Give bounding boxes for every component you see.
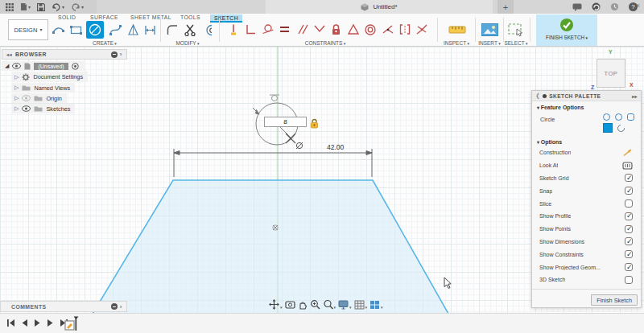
offset-tool-icon[interactable] bbox=[201, 23, 215, 40]
browser-pop-icon[interactable] bbox=[118, 51, 122, 58]
collinear-constraint-icon[interactable] bbox=[398, 23, 411, 39]
construction-icon[interactable] bbox=[622, 148, 633, 157]
modify-group-label[interactable]: MODIFY bbox=[165, 40, 210, 46]
show-projected-geometry-checkbox[interactable] bbox=[625, 263, 633, 271]
app-grid-icon[interactable] bbox=[6, 3, 14, 11]
tab-tools[interactable]: TOOLS bbox=[180, 14, 200, 20]
polygon-tool-icon[interactable] bbox=[126, 23, 140, 40]
viewcube[interactable]: TOP Y X Z bbox=[597, 59, 625, 88]
collapsed-triangle-icon[interactable]: ▷ bbox=[14, 84, 19, 91]
redo-caret-icon[interactable]: ▾ bbox=[81, 5, 84, 10]
viewports-caret-icon[interactable]: ▾ bbox=[381, 305, 383, 310]
equal-constraint-icon[interactable] bbox=[279, 23, 291, 38]
concentric-constraint-icon[interactable] bbox=[364, 23, 377, 39]
comments-options-icon[interactable] bbox=[111, 303, 118, 310]
show-dimensions-checkbox[interactable] bbox=[625, 237, 633, 245]
look-at-icon[interactable] bbox=[285, 300, 295, 309]
show-points-checkbox[interactable] bbox=[625, 225, 633, 233]
finish-sketch-palette-button[interactable]: Finish Sketch bbox=[591, 294, 638, 306]
symmetry-constraint-icon[interactable] bbox=[347, 23, 360, 39]
circle-construction-option-icon[interactable] bbox=[615, 113, 622, 121]
browser-item-document-settings[interactable]: ▷ Document Settings bbox=[11, 72, 88, 82]
snap-checkbox[interactable] bbox=[625, 187, 633, 195]
circle-normal-option-icon[interactable] bbox=[603, 113, 610, 121]
browser-root-row[interactable]: ◢ (Unsaved) bbox=[2, 61, 84, 71]
3d-sketch-checkbox[interactable] bbox=[625, 276, 633, 284]
visibility-eye-icon[interactable] bbox=[12, 63, 21, 69]
help-icon[interactable]: ? bbox=[629, 2, 638, 11]
collapsed-triangle-icon[interactable]: ▷ bbox=[14, 95, 19, 101]
constraints-group-label[interactable]: CONSTRAINTS bbox=[295, 40, 356, 46]
selected-option-swatch[interactable] bbox=[603, 123, 613, 133]
viewcube-face-label[interactable]: TOP bbox=[605, 70, 618, 77]
circle-tool-icon[interactable] bbox=[86, 21, 104, 39]
perpendicular-constraint-icon[interactable] bbox=[245, 23, 257, 39]
browser-item-origin[interactable]: ▷ Origin bbox=[11, 93, 67, 103]
orbit-caret-icon[interactable]: ▾ bbox=[280, 305, 283, 310]
browser-collapse-icon[interactable] bbox=[6, 51, 12, 57]
horizontal-vertical-constraint-icon[interactable] bbox=[228, 23, 240, 39]
tab-sheet-metal[interactable]: SHEET METAL bbox=[130, 14, 171, 20]
look-at-icon[interactable] bbox=[622, 162, 633, 170]
sketch-grid-checkbox[interactable] bbox=[625, 174, 633, 182]
width-dimension[interactable]: 42.00 bbox=[174, 143, 372, 177]
viewports-icon[interactable]: ▾ bbox=[369, 300, 383, 310]
curvature-constraint-icon[interactable] bbox=[415, 23, 428, 39]
show-profile-checkbox[interactable] bbox=[625, 212, 633, 220]
document-tab[interactable]: Untitled* bbox=[266, 0, 493, 14]
sketch-profile-trapezoid[interactable] bbox=[93, 180, 448, 314]
browser-item-sketches[interactable]: ▷ Sketches bbox=[11, 104, 75, 113]
new-tab-button[interactable]: + bbox=[497, 0, 514, 14]
visibility-eye-icon[interactable] bbox=[22, 105, 31, 112]
feature-options-section-header[interactable]: Feature Options bbox=[532, 101, 641, 112]
slice-checkbox[interactable] bbox=[625, 199, 633, 208]
step-forward-button[interactable] bbox=[47, 319, 54, 327]
fit-caret-icon[interactable]: ▾ bbox=[334, 305, 336, 310]
undo-caret-icon[interactable]: ▾ bbox=[62, 5, 64, 10]
browser-header[interactable]: BROWSER bbox=[2, 49, 127, 60]
save-icon[interactable] bbox=[37, 3, 45, 11]
grid-snaps-caret-icon[interactable]: ▾ bbox=[365, 305, 368, 310]
browser-options-icon[interactable] bbox=[111, 51, 118, 58]
fillet-tool-icon[interactable] bbox=[166, 23, 180, 40]
file-menu-icon[interactable]: ▾ bbox=[20, 2, 31, 11]
tab-sketch[interactable]: SKETCH bbox=[210, 14, 242, 23]
comments-bubble-icon[interactable] bbox=[572, 0, 582, 14]
circle-polygon-option-icon[interactable] bbox=[627, 113, 634, 121]
sync-status-icon[interactable] bbox=[592, 0, 601, 14]
design-workspace-menu[interactable]: DESIGN▾ bbox=[8, 19, 48, 40]
sketch-palette-header[interactable]: SKETCH PALETTE bbox=[532, 91, 641, 101]
timeline-sketch-feature[interactable] bbox=[64, 316, 82, 333]
insert-image-icon[interactable] bbox=[481, 23, 498, 39]
orbit-icon[interactable]: ▾ bbox=[269, 299, 283, 310]
dimension-lock-icon[interactable] bbox=[310, 117, 319, 132]
comments-pop-icon[interactable] bbox=[118, 303, 122, 310]
fix-lock-constraint-icon[interactable] bbox=[330, 23, 342, 39]
display-settings-icon[interactable]: ▾ bbox=[338, 300, 352, 310]
circle-partial-option-icon[interactable] bbox=[616, 123, 626, 134]
coincident-constraint-icon[interactable] bbox=[313, 23, 325, 38]
play-button[interactable] bbox=[34, 319, 41, 327]
history-clock-icon[interactable] bbox=[610, 0, 619, 14]
pan-hand-icon[interactable] bbox=[298, 300, 308, 310]
trim-tool-icon[interactable] bbox=[184, 23, 197, 40]
expand-triangle-icon[interactable]: ◢ bbox=[5, 63, 9, 69]
show-constraints-checkbox[interactable] bbox=[625, 250, 633, 258]
spline-tool-icon[interactable] bbox=[109, 23, 122, 40]
fit-icon[interactable]: ▾ bbox=[323, 299, 336, 310]
visibility-eye-icon[interactable] bbox=[22, 95, 31, 101]
activate-radio-icon[interactable] bbox=[72, 63, 79, 70]
skip-start-button[interactable] bbox=[6, 319, 15, 327]
select-group-label[interactable]: SELECT bbox=[499, 40, 533, 46]
redo-icon[interactable]: ▾ bbox=[71, 3, 84, 11]
timeline-position-marker[interactable] bbox=[76, 319, 77, 331]
options-section-header[interactable]: Options bbox=[532, 136, 641, 146]
measure-icon[interactable] bbox=[448, 23, 466, 39]
line-tool-icon[interactable] bbox=[52, 23, 65, 40]
rectangle-tool-icon[interactable] bbox=[69, 23, 83, 40]
tangent-constraint-icon[interactable] bbox=[262, 23, 275, 39]
radius-dimension-input[interactable] bbox=[264, 117, 307, 127]
root-document-label[interactable]: (Unsaved) bbox=[34, 63, 68, 70]
sketch-dimension-icon[interactable] bbox=[143, 23, 157, 40]
undo-icon[interactable]: ▾ bbox=[52, 3, 64, 11]
